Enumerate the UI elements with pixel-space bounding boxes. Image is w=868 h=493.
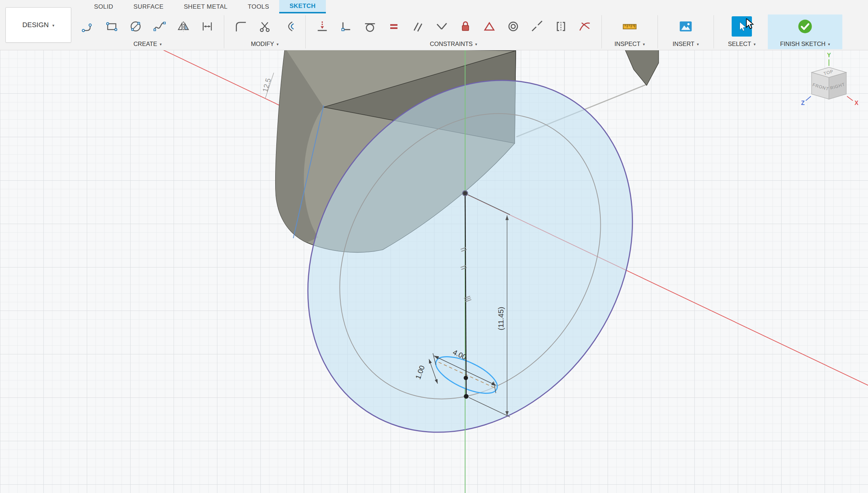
spline-tool-button[interactable]: [148, 15, 171, 38]
modify-dropdown[interactable]: MODIFY ▾: [251, 38, 279, 49]
create-dropdown[interactable]: CREATE ▾: [133, 38, 162, 49]
inspect-dropdown[interactable]: INSPECT ▾: [614, 38, 645, 49]
insert-image-button[interactable]: [674, 15, 698, 38]
symmetry-constraint-button[interactable]: [549, 15, 573, 38]
curvature-constraint-button[interactable]: [573, 15, 597, 38]
insert-image-icon: [678, 18, 694, 34]
ribbon: CREATE ▾: [76, 14, 842, 49]
viewport-canvas[interactable]: 12.5 (11.45): [0, 50, 868, 493]
axis-z-label: Z: [801, 100, 805, 106]
select-label: SELECT: [728, 41, 751, 47]
chevron-down-icon: ▾: [475, 42, 477, 47]
perpendicular-constraint-button[interactable]: [430, 15, 454, 38]
equal-icon: [387, 19, 401, 34]
chevron-down-icon: ▾: [643, 42, 645, 47]
model-corner-piece[interactable]: [624, 50, 659, 85]
chevron-down-icon: ▾: [277, 42, 279, 47]
select-group: SELECT ▾: [719, 14, 765, 49]
finish-sketch-group: FINISH SKETCH ▾: [768, 14, 842, 49]
concentric-constraint-button[interactable]: [501, 15, 525, 38]
circle-tool-button[interactable]: [124, 15, 148, 38]
measure-icon: [622, 18, 638, 34]
select-dropdown[interactable]: SELECT ▾: [728, 38, 756, 49]
constraints-dropdown[interactable]: CONSTRAINTS ▾: [430, 38, 477, 49]
line-end-point[interactable]: [464, 394, 469, 399]
insert-group: INSERT ▾: [663, 14, 709, 49]
viewcube[interactable]: Y X Z TOP FRONT RIGHT: [801, 52, 859, 106]
coincident-icon: [339, 19, 353, 34]
perpendicular-icon: [434, 19, 449, 34]
chevron-down-icon: ▾: [754, 42, 756, 47]
viewcube-x-axis: [847, 96, 853, 101]
create-label: CREATE: [133, 41, 157, 47]
equal-constraint-button[interactable]: [382, 15, 406, 38]
offset-tool-button[interactable]: [277, 15, 301, 38]
collinear-constraint-button[interactable]: [525, 15, 549, 38]
measure-tool-button[interactable]: [618, 15, 642, 38]
constraints-group: CONSTRAINTS ▾: [310, 14, 597, 49]
chevron-down-icon: ▾: [697, 42, 699, 47]
offset-icon: [281, 19, 296, 34]
tab-sheet-metal[interactable]: SHEET METAL: [174, 0, 238, 13]
finish-check-icon: [797, 18, 813, 35]
concentric-icon: [506, 19, 520, 34]
create-group: CREATE ▾: [76, 14, 219, 49]
rectangle-icon: [105, 19, 119, 34]
curvature-icon: [578, 19, 592, 34]
constraints-label: CONSTRAINTS: [430, 41, 473, 47]
tab-sketch[interactable]: SKETCH: [279, 0, 326, 13]
sketch-scene: 12.5 (11.45): [0, 50, 868, 493]
fix-constraint-button[interactable]: [454, 15, 477, 38]
insert-dropdown[interactable]: INSERT ▾: [673, 38, 699, 49]
tangent-constraint-button[interactable]: [358, 15, 382, 38]
origin-point[interactable]: [463, 191, 468, 196]
sketch-dimension-tool-button[interactable]: [195, 15, 219, 38]
top-toolbar: DESIGN ▾ SOLID SURFACE SHEET METAL TOOLS…: [0, 0, 868, 50]
toolbar-divider: [305, 15, 306, 49]
collinear-icon: [530, 19, 544, 34]
fillet-icon: [234, 19, 248, 34]
rectangle-tool-button[interactable]: [100, 15, 124, 38]
finish-sketch-button[interactable]: [793, 15, 817, 38]
trim-tool-button[interactable]: [253, 15, 277, 38]
toolbar-divider: [224, 15, 224, 49]
modify-group: MODIFY ▾: [229, 14, 301, 49]
tab-solid[interactable]: SOLID: [84, 0, 123, 13]
finish-sketch-label: FINISH SKETCH: [780, 41, 826, 47]
fix-lock-icon: [458, 19, 473, 34]
spline-icon: [152, 19, 167, 34]
parallel-constraint-button[interactable]: [406, 15, 430, 38]
workspace-tabs: SOLID SURFACE SHEET METAL TOOLS SKETCH: [84, 0, 326, 13]
midpoint-constraint-button[interactable]: [477, 15, 501, 38]
tangent-icon: [363, 19, 377, 34]
chevron-down-icon: ▾: [52, 23, 55, 28]
mouse-cursor-icon: [745, 18, 755, 29]
circle-icon: [128, 19, 143, 34]
midpoint-icon: [482, 19, 497, 34]
axis-y-label: Y: [827, 52, 831, 58]
trim-icon: [258, 19, 272, 34]
ellipse-center-point[interactable]: [464, 376, 468, 380]
tab-surface[interactable]: SURFACE: [123, 0, 174, 13]
mirror-tool-button[interactable]: [171, 15, 195, 38]
axis-x-label: X: [855, 100, 859, 106]
reference-dimension-label[interactable]: (11.45): [497, 307, 505, 330]
toolbar-divider: [714, 15, 714, 49]
inspect-group: INSPECT ▾: [607, 14, 653, 49]
line-icon: [81, 19, 95, 34]
fillet-tool-button[interactable]: [229, 15, 253, 38]
design-menu-label: DESIGN: [22, 21, 49, 29]
tab-tools[interactable]: TOOLS: [238, 0, 279, 13]
horizontal-vertical-icon: [315, 19, 329, 34]
horizontal-vertical-constraint-button[interactable]: [310, 15, 334, 38]
coincident-constraint-button[interactable]: [334, 15, 358, 38]
chevron-down-icon: ▾: [828, 42, 830, 47]
finish-sketch-dropdown[interactable]: FINISH SKETCH ▾: [780, 38, 830, 49]
toolbar-divider: [601, 15, 602, 49]
viewcube-z-axis: [806, 96, 811, 101]
parallel-icon: [410, 19, 425, 34]
design-menu-button[interactable]: DESIGN ▾: [5, 7, 71, 43]
plane-offset-dimension[interactable]: 12.5: [261, 77, 272, 93]
select-tool-button[interactable]: [732, 16, 752, 37]
line-tool-button[interactable]: [76, 15, 100, 38]
